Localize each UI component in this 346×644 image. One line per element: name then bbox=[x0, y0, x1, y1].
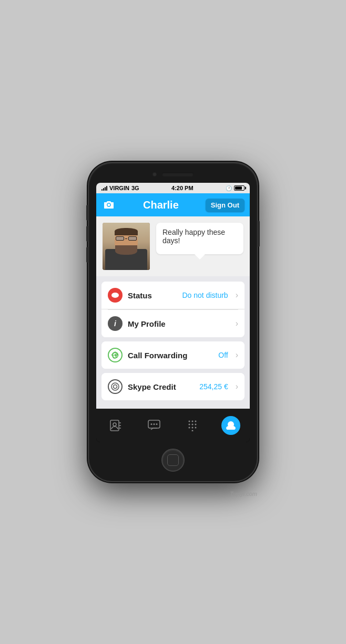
camera-svg bbox=[104, 201, 114, 209]
svg-point-20 bbox=[191, 427, 193, 429]
svg-point-22 bbox=[191, 430, 193, 432]
menu-section-1: Status Do not disturb › i My Profile bbox=[101, 282, 245, 337]
contacts-icon bbox=[109, 420, 123, 431]
svg-point-14 bbox=[191, 421, 193, 422]
header-title: Charlie bbox=[143, 199, 179, 211]
phone-top-hardware bbox=[96, 172, 250, 183]
status-icon bbox=[108, 288, 123, 303]
status-right: 🕐 bbox=[226, 185, 245, 191]
call-forwarding-value: Off bbox=[218, 351, 228, 359]
chat-icon bbox=[148, 420, 160, 431]
sign-out-button[interactable]: Sign Out bbox=[206, 199, 245, 212]
my-profile-chevron: › bbox=[236, 319, 238, 328]
speaker bbox=[162, 172, 194, 176]
call-forwarding-label: Call Forwarding bbox=[128, 351, 213, 360]
call-forwarding-chevron: › bbox=[236, 350, 238, 360]
my-profile-icon: i bbox=[108, 316, 123, 331]
dialpad-icon bbox=[187, 420, 198, 431]
call-forwarding-icon bbox=[108, 348, 123, 362]
menu-item-skype-credit[interactable]: Skype Credit 254,25 € › bbox=[101, 373, 245, 400]
svg-point-18 bbox=[195, 424, 196, 425]
svg-point-19 bbox=[188, 427, 190, 429]
status-chevron: › bbox=[236, 290, 238, 300]
menu-section-3: Skype Credit 254,25 € › bbox=[101, 373, 245, 400]
svg-point-11 bbox=[153, 423, 155, 425]
menu-item-call-forwarding[interactable]: Call Forwarding Off › bbox=[101, 341, 245, 369]
svg-point-10 bbox=[150, 423, 152, 425]
phone-device: VIRGIN 3G 4:20 PM 🕐 bbox=[89, 163, 257, 481]
status-time: 4:20 PM bbox=[171, 185, 194, 191]
profile-active-icon bbox=[221, 416, 240, 435]
nav-dialpad[interactable] bbox=[181, 414, 204, 437]
status-message: Really happy these days! bbox=[162, 228, 225, 245]
phone-bottom-bar bbox=[96, 442, 250, 472]
network-type: 3G bbox=[131, 185, 139, 191]
status-label: Status bbox=[128, 291, 177, 300]
status-bar: VIRGIN 3G 4:20 PM 🕐 bbox=[96, 183, 250, 193]
watermark: Tuyiyi.com bbox=[230, 491, 257, 497]
screen-content: Charlie Sign Out bbox=[96, 193, 250, 442]
home-button-inner bbox=[167, 454, 179, 466]
home-button[interactable] bbox=[161, 449, 185, 472]
svg-point-0 bbox=[111, 293, 119, 298]
svg-point-21 bbox=[195, 427, 196, 429]
battery-icon bbox=[234, 185, 245, 191]
screen: VIRGIN 3G 4:20 PM 🕐 bbox=[96, 183, 250, 442]
svg-point-3 bbox=[114, 385, 117, 389]
front-camera bbox=[152, 172, 157, 176]
phone-body: VIRGIN 3G 4:20 PM 🕐 bbox=[89, 163, 257, 481]
bottom-nav bbox=[96, 409, 250, 442]
nav-contacts[interactable] bbox=[104, 414, 127, 437]
avatar bbox=[103, 223, 150, 270]
speech-bubble: Really happy these days! bbox=[156, 223, 243, 254]
svg-point-5 bbox=[113, 423, 116, 426]
status-left: VIRGIN 3G bbox=[101, 185, 139, 191]
skype-credit-value: 254,25 € bbox=[199, 382, 228, 391]
header-camera-icon[interactable] bbox=[101, 198, 116, 212]
skype-credit-icon bbox=[108, 379, 123, 394]
profile-area: Really happy these days! bbox=[96, 216, 250, 276]
nav-chat[interactable] bbox=[143, 414, 166, 437]
svg-point-13 bbox=[188, 421, 190, 422]
svg-point-15 bbox=[195, 421, 196, 422]
svg-point-17 bbox=[191, 424, 193, 425]
svg-point-12 bbox=[156, 423, 157, 425]
avatar-photo bbox=[103, 223, 150, 270]
carrier-name: VIRGIN bbox=[109, 185, 129, 191]
svg-point-24 bbox=[226, 425, 236, 430]
signal-bars bbox=[101, 185, 107, 191]
menu-item-my-profile[interactable]: i My Profile › bbox=[101, 310, 245, 337]
nav-profile[interactable] bbox=[219, 414, 242, 437]
svg-point-2 bbox=[111, 383, 119, 390]
menu-section-2: Call Forwarding Off › bbox=[101, 341, 245, 369]
menu-item-status[interactable]: Status Do not disturb › bbox=[101, 282, 245, 309]
my-profile-label: My Profile bbox=[128, 319, 230, 328]
skype-credit-chevron: › bbox=[236, 382, 238, 391]
battery-fill bbox=[235, 186, 242, 190]
app-header: Charlie Sign Out bbox=[96, 193, 250, 216]
menu-list: Status Do not disturb › i My Profile bbox=[96, 276, 250, 409]
skype-credit-label: Skype Credit bbox=[128, 382, 194, 391]
status-value: Do not disturb bbox=[182, 291, 228, 299]
svg-point-16 bbox=[188, 424, 190, 425]
clock-icon: 🕐 bbox=[226, 185, 232, 191]
